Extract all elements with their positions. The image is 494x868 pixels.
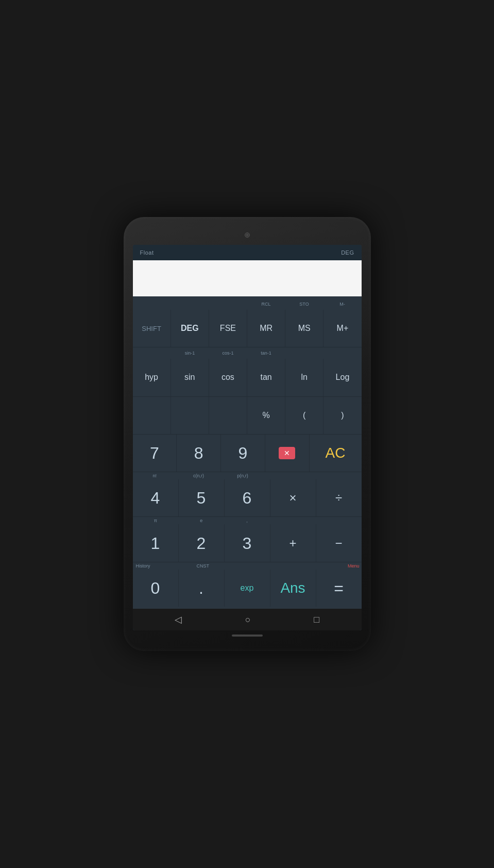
plus-button[interactable]: +	[270, 524, 316, 561]
ac-button[interactable]: AC	[310, 435, 362, 472]
label-2: 2	[197, 535, 206, 552]
menu-sublabel: Menu	[348, 563, 360, 569]
pi-label: π	[154, 518, 157, 523]
btn-3[interactable]: 3	[225, 524, 270, 561]
rparen-button[interactable]: )	[323, 397, 361, 434]
row-456: 4 5 6 × ÷	[133, 479, 362, 517]
tan-label: tan	[260, 373, 271, 381]
label-8: 8	[194, 445, 203, 461]
log-label: Log	[336, 373, 350, 381]
divide-button[interactable]: ÷	[316, 479, 362, 516]
row-789: 7 8 9 ✕ AC	[133, 435, 362, 472]
cnr-label: c(n,r)	[193, 473, 204, 478]
fse-button[interactable]: FSE	[209, 310, 247, 347]
empty1-button	[133, 397, 171, 434]
plus-label: +	[289, 537, 296, 549]
shift-button[interactable]: SHIFT	[133, 310, 171, 347]
mminus-label: M-	[339, 302, 345, 307]
back-button[interactable]: ◁	[164, 612, 192, 627]
deg-label: DEG	[341, 249, 354, 256]
exp-label: exp	[241, 584, 254, 592]
ans-label: Ans	[280, 581, 305, 595]
ms-button[interactable]: MS	[285, 310, 323, 347]
multiply-label: ×	[289, 492, 296, 504]
ln-button[interactable]: ln	[285, 359, 323, 396]
btn-4[interactable]: 4	[133, 479, 179, 516]
btn-0[interactable]: 0	[133, 570, 179, 607]
btn-5[interactable]: 5	[179, 479, 225, 516]
ac-label: AC	[326, 446, 346, 460]
row-trig: hyp sin cos tan ln Log	[133, 359, 362, 396]
deg-btn-label: DEG	[181, 324, 199, 332]
hyp-label: hyp	[145, 373, 158, 381]
sin-button[interactable]: sin	[171, 359, 209, 396]
minus-button[interactable]: −	[316, 524, 362, 561]
btn-9[interactable]: 9	[221, 435, 265, 472]
home-indicator	[232, 635, 263, 637]
device: Float DEG RCL STO M- SHIFT DEG FSE MR MS…	[124, 217, 371, 651]
btn-8[interactable]: 8	[177, 435, 221, 472]
float-label: Float	[140, 249, 154, 256]
equals-button[interactable]: =	[316, 570, 362, 607]
shift-label: SHIFT	[142, 325, 161, 332]
empty2-button	[171, 397, 209, 434]
device-top	[133, 227, 362, 243]
camera	[245, 232, 250, 238]
btn-6[interactable]: 6	[225, 479, 270, 516]
mr-label: MR	[260, 324, 272, 332]
label-1: 1	[151, 535, 160, 552]
cos-label: cos	[222, 373, 234, 381]
mr-button[interactable]: MR	[247, 310, 285, 347]
label-9: 9	[239, 445, 248, 461]
exp-button[interactable]: exp	[225, 570, 270, 607]
cos-button[interactable]: cos	[209, 359, 247, 396]
multiply-button[interactable]: ×	[270, 479, 316, 516]
label-0: 0	[151, 580, 160, 596]
ans-button[interactable]: Ans	[270, 570, 316, 607]
cnst-sublabel: CNST	[196, 563, 209, 569]
ln-label: ln	[301, 373, 308, 381]
deg-button[interactable]: DEG	[171, 310, 209, 347]
minus-label: −	[335, 537, 342, 549]
e-label: e	[200, 518, 202, 523]
tan-button[interactable]: tan	[247, 359, 285, 396]
backspace-button[interactable]: ✕	[265, 435, 310, 472]
status-bar: Float DEG	[133, 245, 362, 260]
btn-1[interactable]: 1	[133, 524, 179, 561]
row-123: 1 2 3 + −	[133, 524, 362, 562]
percent-button[interactable]: %	[247, 397, 285, 434]
display-area	[133, 260, 362, 296]
device-bottom	[133, 630, 362, 641]
lparen-button[interactable]: (	[285, 397, 323, 434]
equals-label: =	[334, 580, 344, 596]
home-button[interactable]: ○	[235, 612, 261, 627]
recents-button[interactable]: □	[303, 612, 330, 627]
nav-bar: ◁ ○ □	[133, 609, 362, 630]
percent-label: %	[262, 411, 269, 420]
decimal-button[interactable]: .	[179, 570, 225, 607]
btn-7[interactable]: 7	[133, 435, 177, 472]
sin1-label: sin-1	[185, 350, 195, 356]
row-parens: % ( )	[133, 397, 362, 435]
label-6: 6	[243, 490, 252, 506]
label-7: 7	[150, 445, 159, 461]
hyp-button[interactable]: hyp	[133, 359, 171, 396]
sin-label: sin	[184, 373, 195, 381]
history-sublabel: History	[136, 563, 150, 569]
mplus-label: M+	[337, 324, 349, 332]
row-memory: SHIFT DEG FSE MR MS M+	[133, 310, 362, 347]
divide-label: ÷	[335, 492, 342, 504]
rparen-label: )	[341, 411, 344, 420]
empty3-button	[209, 397, 247, 434]
mplus-button[interactable]: M+	[323, 310, 361, 347]
fse-label: FSE	[220, 324, 236, 332]
rcl-label: RCL	[261, 302, 270, 307]
nfact-label: n!	[152, 473, 157, 478]
label-3: 3	[243, 535, 252, 552]
btn-2[interactable]: 2	[179, 524, 225, 561]
sto-label: STO	[299, 302, 309, 307]
ms-label: MS	[298, 324, 311, 332]
row-0: 0 . exp Ans =	[133, 570, 362, 607]
cos1-label: cos-1	[222, 350, 233, 356]
log-button[interactable]: Log	[323, 359, 361, 396]
